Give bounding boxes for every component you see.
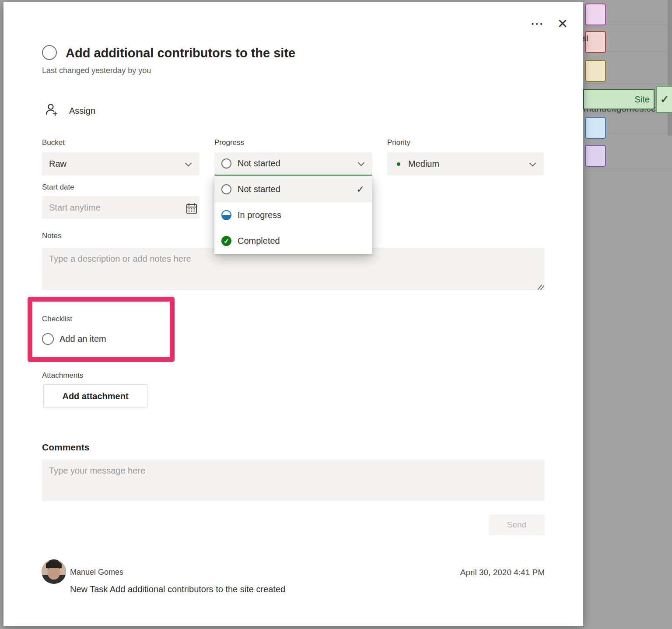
start-date-input[interactable] bbox=[42, 196, 200, 219]
chevron-down-icon bbox=[358, 159, 365, 166]
more-options-icon[interactable]: ⋯ bbox=[528, 17, 548, 30]
priority-select[interactable]: Medium bbox=[387, 152, 544, 176]
menu-item-label: Not started bbox=[238, 184, 280, 194]
comment-textarea[interactable] bbox=[42, 460, 545, 501]
not-started-icon bbox=[221, 158, 231, 169]
not-started-icon bbox=[221, 184, 231, 194]
checklist-add-item[interactable]: Add an item bbox=[42, 333, 106, 345]
screen: sl manueltgomes.cc Site ✓ ⋯ ✕ Add additi… bbox=[0, 0, 672, 629]
bg-color-card-blue bbox=[585, 117, 606, 139]
add-item-label: Add an item bbox=[60, 334, 106, 344]
progress-value: Not started bbox=[238, 158, 280, 169]
checklist-item-circle-icon bbox=[42, 333, 54, 345]
priority-medium-dot-icon bbox=[397, 162, 400, 166]
avatar bbox=[42, 559, 66, 584]
selected-checkmark-icon: ✓ bbox=[357, 184, 364, 195]
assign-button[interactable]: Assign bbox=[44, 102, 95, 119]
bg-site-button: Site bbox=[583, 89, 654, 109]
menu-item-completed[interactable]: ✓ Completed bbox=[214, 228, 372, 254]
completed-icon: ✓ bbox=[221, 236, 231, 246]
chevron-down-icon bbox=[185, 160, 192, 167]
comment-author: Manuel Gomes bbox=[70, 568, 123, 577]
comment-timestamp: April 30, 2020 4:41 PM bbox=[397, 568, 545, 577]
menu-item-in-progress[interactable]: In progress bbox=[214, 202, 372, 228]
task-title[interactable]: Add additional contributors to the site bbox=[66, 46, 295, 60]
bucket-label: Bucket bbox=[42, 138, 65, 147]
bg-color-card-purple bbox=[585, 145, 606, 167]
complete-task-circle[interactable] bbox=[42, 45, 57, 60]
chevron-down-icon bbox=[529, 160, 536, 167]
progress-select[interactable]: Not started bbox=[214, 152, 372, 176]
assign-person-icon bbox=[44, 102, 60, 119]
checklist-label: Checklist bbox=[42, 315, 72, 323]
in-progress-icon bbox=[221, 210, 231, 220]
comments-heading: Comments bbox=[42, 442, 90, 453]
menu-item-label: In progress bbox=[238, 210, 281, 220]
send-button[interactable]: Send bbox=[489, 514, 545, 535]
bg-site-checkmark-icon: ✓ bbox=[656, 86, 672, 113]
notes-textarea[interactable] bbox=[42, 248, 545, 290]
bg-color-card-yellow bbox=[585, 60, 606, 82]
avatar-hair bbox=[46, 561, 62, 568]
last-changed-text: Last changed yesterday by you bbox=[42, 66, 151, 75]
comment-message: New Task Add additional contributors to … bbox=[70, 584, 285, 594]
bg-row-divider bbox=[583, 169, 672, 169]
attachments-label: Attachments bbox=[42, 371, 84, 380]
priority-label: Priority bbox=[387, 138, 410, 147]
add-attachment-button[interactable]: Add attachment bbox=[43, 384, 147, 408]
progress-label: Progress bbox=[214, 138, 244, 147]
menu-item-label: Completed bbox=[238, 236, 280, 246]
bg-row-divider bbox=[583, 83, 672, 84]
bucket-select[interactable]: Raw bbox=[42, 152, 200, 176]
progress-dropdown-menu: Not started ✓ In progress ✓ Completed bbox=[214, 176, 372, 254]
bg-scroll-strip bbox=[668, 0, 672, 136]
bucket-value: Raw bbox=[49, 159, 66, 169]
menu-item-not-started[interactable]: Not started ✓ bbox=[214, 176, 372, 202]
bg-color-card-pink bbox=[585, 4, 606, 25]
close-icon[interactable]: ✕ bbox=[554, 15, 571, 32]
calendar-icon[interactable] bbox=[186, 202, 198, 216]
start-date-label: Start date bbox=[42, 183, 74, 192]
notes-label: Notes bbox=[42, 232, 61, 240]
priority-value: Medium bbox=[408, 159, 439, 169]
assign-label: Assign bbox=[69, 106, 95, 116]
task-detail-dialog: ⋯ ✕ Add additional contributors to the s… bbox=[4, 2, 583, 626]
bg-clipped-text: sl bbox=[582, 34, 588, 43]
checklist-highlight-annotation bbox=[28, 297, 175, 362]
